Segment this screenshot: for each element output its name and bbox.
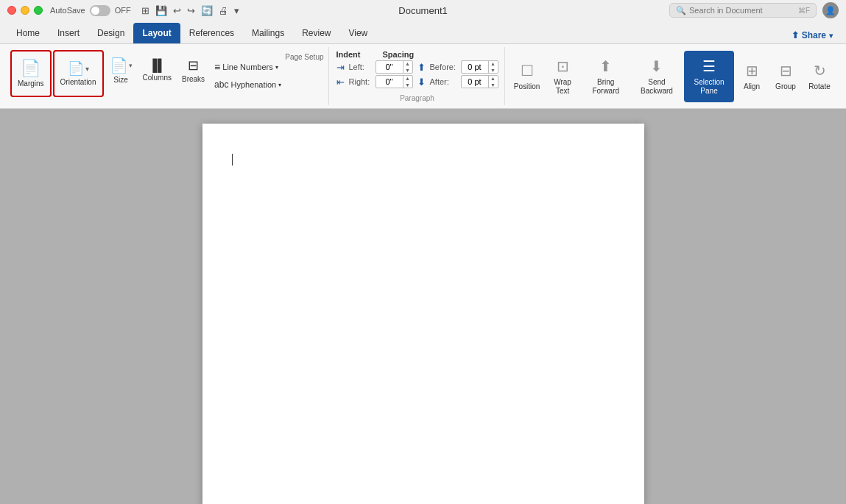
- indent-left-up[interactable]: ▲: [403, 60, 412, 67]
- indent-left-value[interactable]: [376, 63, 403, 71]
- size-label: Size: [113, 76, 127, 85]
- group-label: Group: [775, 82, 796, 91]
- repeat-icon[interactable]: 🔄: [201, 5, 213, 16]
- line-numbers-arrow: ▾: [275, 64, 278, 71]
- indent-left-label: Left:: [349, 63, 371, 71]
- autosave-label: AutoSave: [50, 6, 85, 15]
- wrap-text-button[interactable]: ⊡ Wrap Text: [545, 51, 581, 102]
- autosave-toggle[interactable]: [90, 5, 110, 16]
- line-numbers-label: Line Numbers: [222, 63, 272, 71]
- tab-design[interactable]: Design: [88, 23, 133, 43]
- doc-title: Document1: [398, 5, 447, 16]
- document-area[interactable]: [0, 109, 846, 504]
- bring-forward-label: Bring Forward: [587, 78, 625, 96]
- indent-right-input[interactable]: ▲ ▼: [376, 75, 413, 88]
- sidebar-icon[interactable]: ⊞: [141, 5, 149, 16]
- selection-pane-icon: ☰: [702, 57, 716, 75]
- spacing-before-down[interactable]: ▼: [489, 67, 498, 74]
- search-input[interactable]: [689, 6, 798, 15]
- arrange-group: ☐ Position ⊡ Wrap Text ⬆ Bring Forward ⬇…: [507, 47, 841, 105]
- selection-pane-label: Selection Pane: [688, 78, 730, 96]
- minimize-button[interactable]: [21, 6, 29, 15]
- indent-right-spinners: ▲ ▼: [403, 75, 412, 88]
- rotate-label: Rotate: [808, 82, 830, 91]
- send-backward-icon: ⬇: [650, 57, 663, 75]
- position-icon: ☐: [521, 62, 534, 79]
- spacing-after-input[interactable]: ▲ ▼: [461, 75, 498, 88]
- indent-right-icon: ⇤: [336, 77, 345, 88]
- share-button[interactable]: ⬆ Share ▾: [786, 27, 839, 43]
- line-numbers-button[interactable]: ≡ Line Numbers ▾: [211, 59, 285, 75]
- columns-label: Columns: [143, 74, 172, 82]
- size-button[interactable]: 📄▾ Size: [105, 50, 137, 91]
- spacing-before-value[interactable]: [462, 63, 488, 71]
- redo-icon[interactable]: ↪: [187, 5, 195, 16]
- hyphenation-arrow: ▾: [278, 82, 281, 88]
- document-page[interactable]: [202, 124, 644, 504]
- tab-references[interactable]: References: [180, 23, 243, 43]
- indent-right-down[interactable]: ▼: [403, 82, 412, 88]
- spacing-before-icon: ⬆: [417, 62, 426, 73]
- undo-icon[interactable]: ↩: [173, 5, 181, 16]
- customize-icon[interactable]: ▾: [234, 5, 239, 16]
- tab-view[interactable]: View: [339, 23, 376, 43]
- group-button[interactable]: ⊟ Group: [769, 51, 802, 102]
- tab-mailings[interactable]: Mailings: [243, 23, 293, 43]
- indent-spacing-label: Paragraph: [336, 94, 498, 102]
- margins-button[interactable]: 📄 Margins: [13, 53, 49, 94]
- breaks-button[interactable]: ⊟ Breaks: [177, 50, 209, 91]
- indent-left-icon: ⇥: [336, 62, 345, 73]
- indent-left-down[interactable]: ▼: [403, 67, 412, 74]
- tab-review[interactable]: Review: [293, 23, 339, 43]
- chevron-icon: ▾: [829, 32, 833, 40]
- spacing-after-value[interactable]: [462, 77, 488, 86]
- selection-pane-button[interactable]: ☰ Selection Pane: [684, 51, 734, 102]
- tab-home[interactable]: Home: [7, 23, 49, 43]
- title-bar-tools: AutoSave OFF ⊞ 💾 ↩ ↪ 🔄 🖨 ▾: [50, 5, 239, 16]
- search-shortcut: ⌘F: [798, 7, 810, 15]
- hyphenation-button[interactable]: abc Hyphenation ▾: [211, 77, 285, 93]
- spacing-after-up[interactable]: ▲: [489, 75, 498, 82]
- off-label: OFF: [115, 6, 131, 15]
- print-icon[interactable]: 🖨: [219, 5, 228, 16]
- traffic-lights: [7, 6, 43, 15]
- spacing-before-up[interactable]: ▲: [489, 60, 498, 67]
- bring-forward-icon: ⬆: [599, 57, 612, 75]
- maximize-button[interactable]: [34, 6, 43, 15]
- indent-right-up[interactable]: ▲: [403, 75, 412, 82]
- line-numbers-icon: ≡: [214, 61, 220, 73]
- search-box[interactable]: 🔍 ⌘F: [669, 3, 817, 18]
- tab-layout[interactable]: Layout: [133, 23, 180, 43]
- close-button[interactable]: [7, 6, 16, 15]
- rotate-button[interactable]: ↻ Rotate: [803, 51, 836, 102]
- tab-insert[interactable]: Insert: [49, 23, 88, 43]
- ribbon: 📄 Margins 📄▾ Orientation 📄▾ Size: [0, 44, 846, 109]
- align-button[interactable]: ⊞ Align: [736, 51, 768, 102]
- indent-right-label: Right:: [349, 77, 371, 86]
- align-icon: ⊞: [746, 62, 758, 79]
- search-icon: 🔍: [676, 6, 686, 15]
- spacing-after-icon: ⬇: [417, 77, 426, 88]
- align-label: Align: [744, 82, 760, 91]
- margins-icon: 📄: [21, 59, 40, 78]
- user-avatar[interactable]: 👤: [822, 2, 839, 18]
- line-hyph-group: ≡ Line Numbers ▾ abc Hyphenation ▾: [211, 50, 285, 102]
- spacing-header: Spacing: [383, 50, 415, 59]
- bring-forward-button[interactable]: ⬆ Bring Forward: [582, 51, 630, 102]
- columns-button[interactable]: ▐▌ Columns: [138, 50, 176, 91]
- send-backward-button[interactable]: ⬇ Send Backward: [631, 51, 683, 102]
- wrap-text-icon: ⊡: [557, 57, 569, 75]
- orientation-button[interactable]: 📄▾ Orientation: [56, 53, 101, 94]
- toolbar-icons: ⊞ 💾 ↩ ↪ 🔄 🖨 ▾: [141, 5, 239, 16]
- group-icon: ⊟: [780, 62, 792, 79]
- title-bar-right: 🔍 ⌘F 👤: [669, 2, 839, 18]
- spacing-before-input[interactable]: ▲ ▼: [461, 60, 498, 74]
- save-icon[interactable]: 💾: [155, 5, 167, 16]
- orientation-label: Orientation: [60, 78, 96, 87]
- size-icon: 📄▾: [110, 57, 133, 74]
- spacing-after-down[interactable]: ▼: [489, 82, 498, 88]
- indent-right-value[interactable]: [376, 77, 403, 86]
- spacing-before-label: Before:: [430, 63, 457, 71]
- position-button[interactable]: ☐ Position: [511, 51, 543, 102]
- indent-left-input[interactable]: ▲ ▼: [376, 60, 413, 74]
